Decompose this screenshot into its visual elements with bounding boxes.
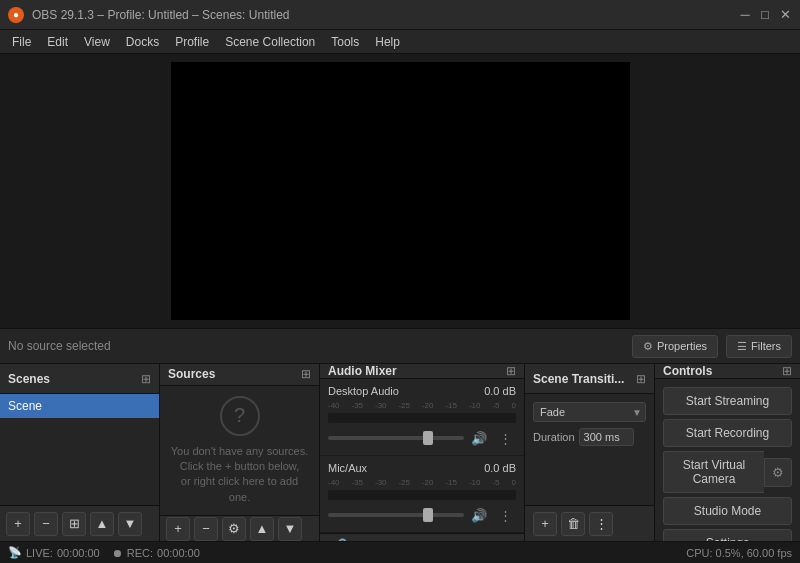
rec-label: REC: <box>127 547 153 559</box>
mic-aux-mute-button[interactable]: 🔊 <box>468 504 490 526</box>
properties-icon: ⚙ <box>643 340 653 353</box>
scene-move-up-button[interactable]: ▲ <box>90 512 114 536</box>
gear-icon: ⚙ <box>772 465 784 480</box>
menu-help[interactable]: Help <box>367 33 408 51</box>
desktop-audio-fader-handle[interactable] <box>423 431 433 445</box>
desktop-audio-mute-button[interactable]: 🔊 <box>468 427 490 449</box>
scenes-footer: + − ⊞ ▲ ▼ <box>0 505 159 541</box>
audio-mixer-expand-button[interactable]: ⊞ <box>506 364 516 378</box>
menu-bar: File Edit View Docks Profile Scene Colle… <box>0 30 800 54</box>
virtual-camera-row: Start Virtual Camera ⚙ <box>663 451 792 493</box>
sources-panel-header: Sources ⊞ <box>160 364 319 386</box>
scene-add-button[interactable]: + <box>6 512 30 536</box>
close-button[interactable]: ✕ <box>778 8 792 22</box>
source-remove-button[interactable]: − <box>194 517 218 541</box>
transitions-header: Scene Transiti... ⊞ <box>525 364 654 394</box>
mic-aux-fader[interactable] <box>328 513 464 517</box>
desktop-audio-header: Desktop Audio 0.0 dB <box>328 385 516 397</box>
scenes-expand-button[interactable]: ⊞ <box>141 372 151 386</box>
sources-panel-title: Sources <box>168 367 215 381</box>
transitions-panel: Scene Transiti... ⊞ Fade Cut Move ▼ Dura… <box>525 364 655 541</box>
desktop-audio-track: Desktop Audio 0.0 dB -40 -35 -30 -25 -20… <box>320 379 524 456</box>
audio-mixer-footer: 🔗 ⋮ <box>320 533 524 541</box>
rec-icon: ⏺ <box>112 547 123 559</box>
live-icon: 📡 <box>8 546 22 559</box>
transition-add-button[interactable]: + <box>533 512 557 536</box>
mic-aux-db: 0.0 dB <box>484 462 516 474</box>
source-settings-button[interactable]: ⚙ <box>222 517 246 541</box>
virtual-camera-settings-button[interactable]: ⚙ <box>764 458 792 487</box>
mic-aux-fader-handle[interactable] <box>423 508 433 522</box>
source-bar: No source selected ⚙ Properties ☰ Filter… <box>0 328 800 364</box>
scenes-panel-title: Scenes <box>8 372 50 386</box>
transitions-expand-button[interactable]: ⊞ <box>636 372 646 386</box>
scene-move-down-button[interactable]: ▼ <box>118 512 142 536</box>
sources-footer: + − ⚙ ▲ ▼ <box>160 515 319 541</box>
live-status: 📡 LIVE: 00:00:00 <box>8 546 100 559</box>
scene-remove-button[interactable]: − <box>34 512 58 536</box>
mic-aux-more-button[interactable]: ⋮ <box>494 504 516 526</box>
scene-item[interactable]: Scene <box>0 394 159 418</box>
menu-docks[interactable]: Docks <box>118 33 167 51</box>
source-add-button[interactable]: + <box>166 517 190 541</box>
controls-panel: Controls ⊞ Start Streaming Start Recordi… <box>655 364 800 541</box>
transition-remove-button[interactable]: 🗑 <box>561 512 585 536</box>
transition-more-button[interactable]: ⋮ <box>589 512 613 536</box>
transitions-footer: + 🗑 ⋮ <box>525 505 654 541</box>
controls-expand-button[interactable]: ⊞ <box>782 364 792 378</box>
sources-empty-icon: ? <box>220 396 260 436</box>
menu-scene-collection[interactable]: Scene Collection <box>217 33 323 51</box>
audio-mixer-header: Audio Mixer ⊞ <box>320 364 524 379</box>
filters-icon: ☰ <box>737 340 747 353</box>
transition-select[interactable]: Fade Cut Move <box>533 402 646 422</box>
properties-button[interactable]: ⚙ Properties <box>632 335 718 358</box>
studio-mode-button[interactable]: Studio Mode <box>663 497 792 525</box>
settings-button[interactable]: Settings <box>663 529 792 541</box>
desktop-audio-meter <box>328 413 516 423</box>
source-move-down-button[interactable]: ▼ <box>278 517 302 541</box>
status-bar: 📡 LIVE: 00:00:00 ⏺ REC: 00:00:00 CPU: 0.… <box>0 541 800 563</box>
sources-empty-text: You don't have any sources.Click the + b… <box>170 444 309 506</box>
desktop-audio-more-button[interactable]: ⋮ <box>494 427 516 449</box>
duration-input[interactable] <box>579 428 634 446</box>
start-streaming-button[interactable]: Start Streaming <box>663 387 792 415</box>
minimize-button[interactable]: ─ <box>738 8 752 22</box>
menu-view[interactable]: View <box>76 33 118 51</box>
rec-time: 00:00:00 <box>157 547 200 559</box>
sources-panel: Sources ⊞ ? You don't have any sources.C… <box>160 364 320 541</box>
live-time: 00:00:00 <box>57 547 100 559</box>
menu-file[interactable]: File <box>4 33 39 51</box>
desktop-audio-name: Desktop Audio <box>328 385 399 397</box>
cpu-label: CPU: 0.5%, 60.00 fps <box>686 547 792 559</box>
maximize-button[interactable]: □ <box>758 8 772 22</box>
transitions-title: Scene Transiti... <box>533 372 624 386</box>
scene-duplicate-button[interactable]: ⊞ <box>62 512 86 536</box>
preview-canvas <box>171 62 630 320</box>
controls-header: Controls ⊞ <box>655 364 800 379</box>
no-source-label: No source selected <box>8 339 624 353</box>
menu-profile[interactable]: Profile <box>167 33 217 51</box>
audio-more-button[interactable]: ⋮ <box>356 534 378 541</box>
source-move-up-button[interactable]: ▲ <box>250 517 274 541</box>
start-virtual-camera-button[interactable]: Start Virtual Camera <box>663 451 764 493</box>
obs-icon: ● <box>8 7 24 23</box>
transitions-content: Fade Cut Move ▼ Duration <box>525 394 654 454</box>
scenes-panel-header: Scenes ⊞ <box>0 364 159 394</box>
filters-button[interactable]: ☰ Filters <box>726 335 792 358</box>
preview-area <box>0 54 800 328</box>
mic-aux-controls: 🔊 ⋮ <box>328 504 516 526</box>
sources-expand-button[interactable]: ⊞ <box>301 367 311 381</box>
window-controls: ─ □ ✕ <box>738 8 792 22</box>
mic-aux-name: Mic/Aux <box>328 462 367 474</box>
mic-aux-header: Mic/Aux 0.0 dB <box>328 462 516 474</box>
window-title: OBS 29.1.3 – Profile: Untitled – Scenes:… <box>32 8 738 22</box>
menu-tools[interactable]: Tools <box>323 33 367 51</box>
start-recording-button[interactable]: Start Recording <box>663 419 792 447</box>
menu-edit[interactable]: Edit <box>39 33 76 51</box>
desktop-audio-fader[interactable] <box>328 436 464 440</box>
mic-aux-track: Mic/Aux 0.0 dB -40 -35 -30 -25 -20 -15 -… <box>320 456 524 533</box>
desktop-audio-labels: -40 -35 -30 -25 -20 -15 -10 -5 0 <box>328 401 516 410</box>
main-layout: No source selected ⚙ Properties ☰ Filter… <box>0 54 800 563</box>
bottom-panels: Scenes ⊞ Scene + − ⊞ ▲ ▼ Sources ⊞ ? You <box>0 364 800 541</box>
audio-link-button[interactable]: 🔗 <box>328 534 350 541</box>
